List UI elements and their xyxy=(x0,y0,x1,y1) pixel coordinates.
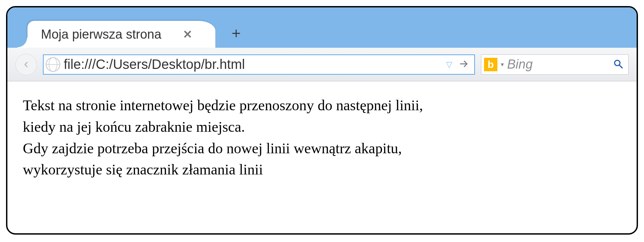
text-line: wykorzystuje się znacznik złamania linii xyxy=(23,161,263,178)
svg-line-1 xyxy=(620,65,622,68)
browser-window: Moja pierwsza strona ✕ ＋ file:///C:/User… xyxy=(6,6,638,235)
title-bar: Moja pierwsza strona ✕ ＋ xyxy=(7,7,637,48)
magnifier-icon xyxy=(613,58,624,69)
browser-tab[interactable]: Moja pierwsza strona ✕ xyxy=(28,21,215,48)
search-button[interactable] xyxy=(613,58,624,71)
back-button[interactable] xyxy=(15,54,37,75)
navigation-toolbar: file:///C:/Users/Desktop/br.html ▽ b ▾ B… xyxy=(7,48,637,81)
arrow-right-icon xyxy=(458,58,470,70)
text-line: kiedy na jej końcu zabraknie miejsca. xyxy=(23,119,245,135)
body-text: Tekst na stronie internetowej będzie prz… xyxy=(23,95,621,180)
text-line: Tekst na stronie internetowej będzie prz… xyxy=(23,97,423,114)
tab-title: Moja pierwsza strona xyxy=(41,27,161,42)
search-placeholder: Bing xyxy=(507,57,609,72)
tab-strip: Moja pierwsza strona ✕ ＋ xyxy=(28,17,244,48)
url-dropdown-icon[interactable]: ▽ xyxy=(445,58,453,71)
go-button[interactable] xyxy=(457,57,471,72)
text-line: Gdy zajdzie potrzeba przejścia do nowej … xyxy=(23,140,402,157)
search-box[interactable]: b ▾ Bing xyxy=(481,54,629,75)
url-text: file:///C:/Users/Desktop/br.html xyxy=(64,57,245,72)
page-content: Tekst na stronie internetowej będzie prz… xyxy=(7,81,637,194)
bing-icon: b xyxy=(484,58,497,71)
new-tab-button[interactable]: ＋ xyxy=(229,25,244,40)
arrow-left-icon xyxy=(20,59,32,70)
search-engine-dropdown-icon[interactable]: ▾ xyxy=(501,61,504,68)
globe-icon xyxy=(46,57,60,72)
close-icon[interactable]: ✕ xyxy=(181,26,194,42)
address-bar[interactable]: file:///C:/Users/Desktop/br.html ▽ xyxy=(43,54,475,75)
